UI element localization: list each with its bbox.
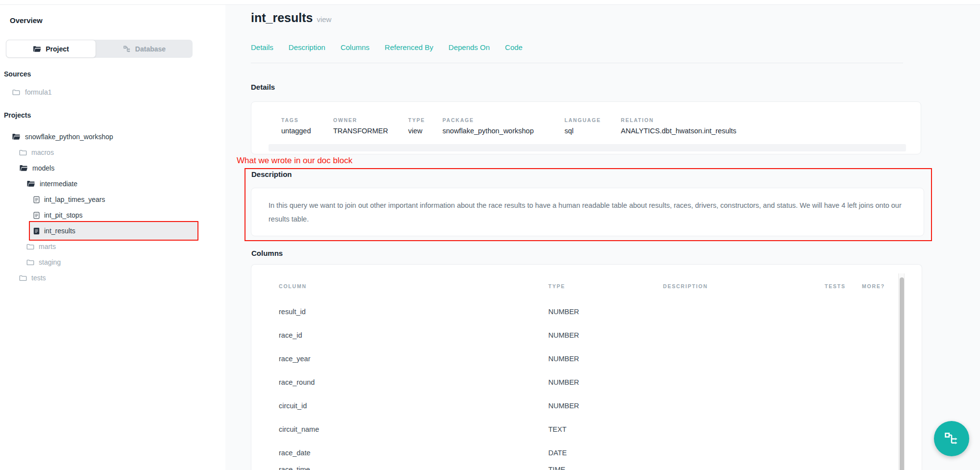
header-column: COLUMN (279, 283, 307, 289)
collapsed-strip[interactable] (269, 144, 906, 151)
detail-label: PACKAGE (442, 117, 474, 123)
file-icon (33, 196, 40, 203)
tree-item-intermediate[interactable]: intermediate (0, 176, 225, 192)
tree-item-marts[interactable]: marts (0, 239, 225, 254)
details-section-heading: Details (251, 83, 275, 91)
file-icon (33, 212, 40, 219)
tree-item-label: snowflake_python_workshop (25, 133, 113, 141)
toggle-project-button[interactable]: Project (6, 40, 96, 58)
tree-item-label: marts (39, 243, 56, 250)
table-scrollbar-track[interactable] (898, 273, 905, 470)
lineage-graph-fab[interactable] (934, 421, 969, 456)
folder-open-icon (19, 165, 28, 172)
source-label: formula1 (25, 88, 51, 96)
header-tests: TESTS (825, 283, 846, 289)
column-name: circuit_id (279, 402, 307, 410)
column-type: TEXT (548, 425, 566, 433)
tree-item-models[interactable]: models (0, 160, 225, 176)
lineage-graph-icon (944, 431, 959, 446)
header-description: DESCRIPTION (663, 283, 708, 289)
table-row-race-round[interactable]: race_round NUMBER (251, 371, 922, 394)
columns-table-header: COLUMN TYPE DESCRIPTION TESTS MORE? (251, 283, 922, 290)
tree-item-label: staging (39, 258, 61, 266)
dbt-docs-page: Overview Project Database Sources formul… (0, 0, 980, 470)
projects-header: Projects (4, 111, 31, 119)
folder-open-icon (26, 180, 35, 187)
sources-header: Sources (4, 70, 31, 78)
tree-item-label: int_results (44, 227, 75, 235)
detail-value: view (408, 127, 422, 135)
toggle-database-button[interactable]: Database (96, 40, 193, 58)
sidebar-title: Overview (10, 16, 43, 25)
table-row-result-id[interactable]: result_id NUMBER (251, 300, 922, 323)
table-row-circuit-name[interactable]: circuit_name TEXT (251, 418, 922, 441)
column-type: NUMBER (548, 402, 579, 410)
column-name: result_id (279, 308, 306, 316)
column-type: NUMBER (548, 331, 579, 339)
sidebar: Overview Project Database Sources formul… (0, 5, 225, 470)
column-name: race_round (279, 378, 315, 386)
folder-icon (26, 244, 34, 250)
detail-label: LANGUAGE (564, 117, 601, 123)
tree-item-label: int_pit_stops (44, 211, 83, 219)
columns-section-heading: Columns (251, 249, 283, 257)
folder-icon (26, 259, 34, 266)
columns-table-body: result_id NUMBER race_id NUMBER race_yea… (251, 300, 922, 470)
detail-value: sql (564, 127, 574, 135)
tab-code[interactable]: Code (505, 43, 523, 51)
tree-item-macros[interactable]: macros (0, 145, 225, 160)
database-tree-icon (123, 45, 131, 53)
column-name: race_year (279, 355, 310, 363)
annotation-text: What we wrote in our doc block (237, 156, 352, 166)
description-card: In this query we want to join out other … (251, 188, 924, 236)
detail-value: untagged (281, 127, 311, 135)
tree-item-staging[interactable]: staging (0, 254, 225, 270)
column-name: circuit_name (279, 425, 319, 433)
tree-item-snowflake-python-workshop[interactable]: snowflake_python_workshop (0, 129, 225, 145)
tree-item-label: int_lap_times_years (44, 196, 105, 203)
folder-open-icon (12, 133, 21, 140)
folder-icon (19, 149, 27, 156)
tree-item-tests[interactable]: tests (0, 270, 225, 286)
tab-divider (251, 63, 903, 63)
table-row-race-year[interactable]: race_year NUMBER (251, 347, 922, 371)
folder-icon (12, 89, 20, 96)
tab-referenced-by[interactable]: Referenced By (385, 43, 433, 51)
tree-item-int-lap-times-years[interactable]: int_lap_times_years (0, 192, 225, 207)
tab-depends-on[interactable]: Depends On (448, 43, 490, 51)
detail-label: RELATION (621, 117, 654, 123)
column-type: NUMBER (548, 308, 579, 316)
page-title: int_resultsview (251, 11, 331, 25)
project-tree: snowflake_python_workshop macros models … (0, 129, 225, 286)
tab-columns[interactable]: Columns (341, 43, 369, 51)
tree-item-int-results[interactable]: int_results (0, 223, 225, 239)
column-type: TIME (548, 466, 565, 470)
detail-label: TYPE (408, 117, 425, 123)
file-solid-icon (33, 227, 40, 235)
tab-description[interactable]: Description (289, 43, 325, 51)
toggle-database-label: Database (135, 45, 166, 53)
table-row-race-id[interactable]: race_id NUMBER (251, 323, 922, 347)
description-section-heading: Description (251, 170, 292, 178)
folder-icon (19, 275, 27, 281)
tab-details[interactable]: Details (251, 43, 273, 51)
details-card: TAGS untagged OWNER TRANSFORMER TYPE vie… (251, 101, 921, 154)
detail-value: TRANSFORMER (333, 127, 388, 135)
folder-open-icon (33, 46, 41, 52)
detail-label: OWNER (333, 117, 357, 123)
tree-item-label: intermediate (40, 180, 77, 188)
table-row-race-time[interactable]: race_time TIME (251, 458, 922, 470)
detail-value: ANALYTICS.dbt_hwatson.int_results (621, 127, 736, 135)
tree-item-label: tests (31, 274, 46, 282)
view-toggle: Project Database (6, 40, 193, 58)
detail-label: TAGS (281, 117, 299, 123)
model-type-badge: view (317, 15, 331, 24)
column-name: race_date (279, 449, 311, 457)
sidebar-item-formula1[interactable]: formula1 (0, 85, 225, 99)
table-row-circuit-id[interactable]: circuit_id NUMBER (251, 394, 922, 418)
description-text: In this query we want to join out other … (269, 198, 906, 226)
toggle-project-label: Project (46, 45, 69, 53)
column-name: race_time (279, 466, 310, 470)
table-scrollbar-thumb[interactable] (900, 277, 904, 470)
column-type: DATE (548, 449, 567, 457)
